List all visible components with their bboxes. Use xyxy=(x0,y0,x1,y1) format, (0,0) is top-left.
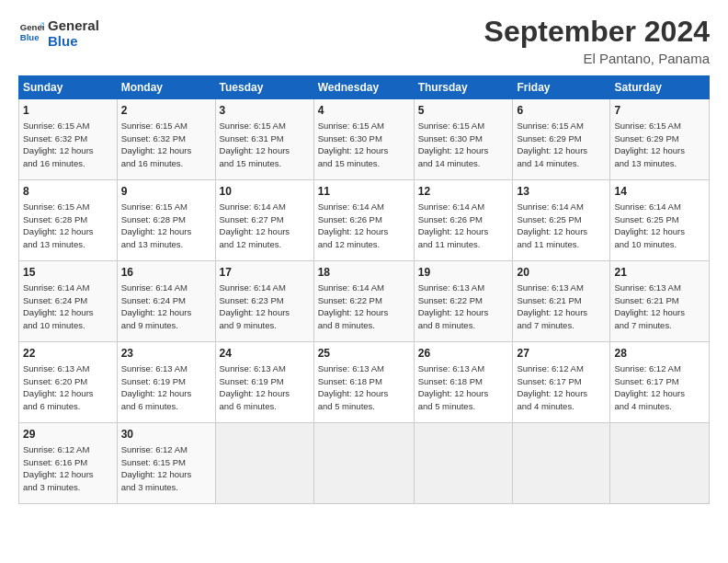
day-number: 18 xyxy=(318,265,410,281)
day-detail: Sunrise: 6:13 AMSunset: 6:19 PMDaylight:… xyxy=(121,362,211,413)
week-row-5: 29Sunrise: 6:12 AMSunset: 6:16 PMDayligh… xyxy=(19,423,710,504)
day-cell: 8Sunrise: 6:15 AMSunset: 6:28 PMDaylight… xyxy=(19,180,118,261)
day-detail: Sunrise: 6:13 AMSunset: 6:20 PMDaylight:… xyxy=(23,362,113,413)
day-number: 12 xyxy=(418,184,509,200)
day-detail: Sunrise: 6:13 AMSunset: 6:22 PMDaylight:… xyxy=(418,282,509,332)
day-cell: 25Sunrise: 6:13 AMSunset: 6:18 PMDayligh… xyxy=(313,342,414,423)
day-cell: 15Sunrise: 6:14 AMSunset: 6:24 PMDayligh… xyxy=(19,261,118,342)
weekday-header-row: SundayMondayTuesdayWednesdayThursdayFrid… xyxy=(19,76,710,99)
day-cell: 6Sunrise: 6:15 AMSunset: 6:29 PMDaylight… xyxy=(513,99,610,180)
week-row-3: 15Sunrise: 6:14 AMSunset: 6:24 PMDayligh… xyxy=(19,261,710,342)
day-number: 4 xyxy=(318,103,410,119)
day-detail: Sunrise: 6:14 AMSunset: 6:26 PMDaylight:… xyxy=(318,201,410,251)
day-detail: Sunrise: 6:15 AMSunset: 6:30 PMDaylight:… xyxy=(418,120,509,170)
day-cell: 14Sunrise: 6:14 AMSunset: 6:25 PMDayligh… xyxy=(610,180,710,261)
day-cell: 9Sunrise: 6:15 AMSunset: 6:28 PMDaylight… xyxy=(117,180,215,261)
day-number: 22 xyxy=(23,346,113,362)
day-number: 29 xyxy=(23,427,113,442)
day-number: 10 xyxy=(220,184,310,200)
day-cell: 24Sunrise: 6:13 AMSunset: 6:19 PMDayligh… xyxy=(215,342,313,423)
day-number: 7 xyxy=(614,103,705,119)
day-number: 6 xyxy=(517,103,606,119)
day-detail: Sunrise: 6:15 AMSunset: 6:30 PMDaylight:… xyxy=(318,120,410,170)
calendar-table: SundayMondayTuesdayWednesdayThursdayFrid… xyxy=(18,75,710,504)
day-number: 19 xyxy=(418,265,509,281)
month-title: September 2024 xyxy=(484,15,710,49)
logo: General Blue General Blue xyxy=(18,15,99,49)
day-cell: 18Sunrise: 6:14 AMSunset: 6:22 PMDayligh… xyxy=(313,261,414,342)
day-cell xyxy=(215,423,313,504)
day-number: 13 xyxy=(517,184,606,200)
day-cell: 4Sunrise: 6:15 AMSunset: 6:30 PMDaylight… xyxy=(313,99,414,180)
day-cell: 7Sunrise: 6:15 AMSunset: 6:29 PMDaylight… xyxy=(610,99,710,180)
day-cell: 26Sunrise: 6:13 AMSunset: 6:18 PMDayligh… xyxy=(414,342,513,423)
day-detail: Sunrise: 6:14 AMSunset: 6:25 PMDaylight:… xyxy=(517,201,606,251)
day-cell: 5Sunrise: 6:15 AMSunset: 6:30 PMDaylight… xyxy=(414,99,513,180)
day-number: 26 xyxy=(418,346,509,362)
day-number: 30 xyxy=(121,427,211,442)
day-cell: 23Sunrise: 6:13 AMSunset: 6:19 PMDayligh… xyxy=(117,342,215,423)
day-detail: Sunrise: 6:15 AMSunset: 6:29 PMDaylight:… xyxy=(614,120,705,170)
day-number: 8 xyxy=(23,184,113,200)
day-cell: 21Sunrise: 6:13 AMSunset: 6:21 PMDayligh… xyxy=(610,261,710,342)
day-detail: Sunrise: 6:15 AMSunset: 6:31 PMDaylight:… xyxy=(220,120,310,170)
day-detail: Sunrise: 6:15 AMSunset: 6:32 PMDaylight:… xyxy=(121,120,211,170)
day-cell: 16Sunrise: 6:14 AMSunset: 6:24 PMDayligh… xyxy=(117,261,215,342)
day-detail: Sunrise: 6:15 AMSunset: 6:29 PMDaylight:… xyxy=(517,120,606,170)
week-row-1: 1Sunrise: 6:15 AMSunset: 6:32 PMDaylight… xyxy=(19,99,710,180)
day-detail: Sunrise: 6:13 AMSunset: 6:21 PMDaylight:… xyxy=(614,282,705,332)
logo-icon: General Blue xyxy=(18,19,44,45)
day-cell: 2Sunrise: 6:15 AMSunset: 6:32 PMDaylight… xyxy=(117,99,215,180)
day-detail: Sunrise: 6:14 AMSunset: 6:23 PMDaylight:… xyxy=(220,282,310,332)
svg-text:General: General xyxy=(20,22,44,32)
day-number: 25 xyxy=(318,346,410,362)
day-detail: Sunrise: 6:14 AMSunset: 6:24 PMDaylight:… xyxy=(121,282,211,332)
day-number: 24 xyxy=(220,346,310,362)
day-number: 16 xyxy=(121,265,211,281)
day-detail: Sunrise: 6:14 AMSunset: 6:24 PMDaylight:… xyxy=(23,282,113,332)
day-number: 9 xyxy=(121,184,211,200)
day-number: 2 xyxy=(121,103,211,119)
day-number: 15 xyxy=(23,265,113,281)
day-detail: Sunrise: 6:12 AMSunset: 6:15 PMDaylight:… xyxy=(121,443,211,494)
day-cell: 3Sunrise: 6:15 AMSunset: 6:31 PMDaylight… xyxy=(215,99,313,180)
day-cell: 20Sunrise: 6:13 AMSunset: 6:21 PMDayligh… xyxy=(513,261,610,342)
day-number: 28 xyxy=(614,346,705,362)
day-number: 27 xyxy=(517,346,606,362)
weekday-monday: Monday xyxy=(117,76,215,99)
day-cell xyxy=(610,423,710,504)
day-cell: 13Sunrise: 6:14 AMSunset: 6:25 PMDayligh… xyxy=(513,180,610,261)
day-detail: Sunrise: 6:15 AMSunset: 6:28 PMDaylight:… xyxy=(23,201,113,251)
day-number: 5 xyxy=(418,103,509,119)
day-number: 21 xyxy=(614,265,705,281)
day-number: 20 xyxy=(517,265,606,281)
day-detail: Sunrise: 6:14 AMSunset: 6:27 PMDaylight:… xyxy=(220,201,310,251)
day-cell: 30Sunrise: 6:12 AMSunset: 6:15 PMDayligh… xyxy=(117,423,215,504)
header: General Blue General Blue September 2024… xyxy=(18,15,710,66)
day-detail: Sunrise: 6:14 AMSunset: 6:22 PMDaylight:… xyxy=(318,282,410,332)
day-number: 14 xyxy=(614,184,705,200)
day-number: 17 xyxy=(220,265,310,281)
day-detail: Sunrise: 6:14 AMSunset: 6:25 PMDaylight:… xyxy=(614,201,705,251)
day-detail: Sunrise: 6:13 AMSunset: 6:18 PMDaylight:… xyxy=(418,362,509,413)
day-cell xyxy=(414,423,513,504)
logo-blue: Blue xyxy=(48,34,99,50)
day-cell: 10Sunrise: 6:14 AMSunset: 6:27 PMDayligh… xyxy=(215,180,313,261)
day-cell: 11Sunrise: 6:14 AMSunset: 6:26 PMDayligh… xyxy=(313,180,414,261)
day-cell xyxy=(313,423,414,504)
weekday-saturday: Saturday xyxy=(610,76,710,99)
day-cell: 27Sunrise: 6:12 AMSunset: 6:17 PMDayligh… xyxy=(513,342,610,423)
day-cell: 12Sunrise: 6:14 AMSunset: 6:26 PMDayligh… xyxy=(414,180,513,261)
day-detail: Sunrise: 6:15 AMSunset: 6:32 PMDaylight:… xyxy=(23,120,113,170)
day-cell: 17Sunrise: 6:14 AMSunset: 6:23 PMDayligh… xyxy=(215,261,313,342)
day-detail: Sunrise: 6:12 AMSunset: 6:17 PMDaylight:… xyxy=(614,362,705,413)
weekday-tuesday: Tuesday xyxy=(215,76,313,99)
day-detail: Sunrise: 6:13 AMSunset: 6:19 PMDaylight:… xyxy=(220,362,310,413)
day-number: 11 xyxy=(318,184,410,200)
day-cell: 28Sunrise: 6:12 AMSunset: 6:17 PMDayligh… xyxy=(610,342,710,423)
day-detail: Sunrise: 6:12 AMSunset: 6:17 PMDaylight:… xyxy=(517,362,606,413)
day-detail: Sunrise: 6:15 AMSunset: 6:28 PMDaylight:… xyxy=(121,201,211,251)
weekday-sunday: Sunday xyxy=(19,76,118,99)
svg-text:Blue: Blue xyxy=(20,31,40,41)
day-cell: 1Sunrise: 6:15 AMSunset: 6:32 PMDaylight… xyxy=(19,99,118,180)
